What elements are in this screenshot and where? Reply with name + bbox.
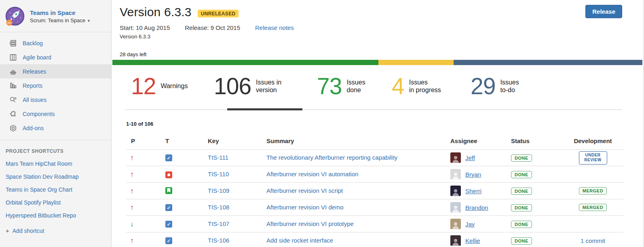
stat-issues-done[interactable]: 73 Issuesdone: [317, 75, 365, 97]
header-assignee: Assignee: [450, 137, 511, 144]
board-switcher[interactable]: Scrum: Teams in Space ▾: [30, 17, 90, 23]
issue-summary-link[interactable]: Afterburner revision VI automation: [266, 171, 359, 177]
sidebar-item-label: Reports: [23, 82, 42, 89]
stat-warnings-value: 12: [131, 75, 156, 97]
sidebar-item-label: Backlog: [23, 40, 43, 46]
issue-summary-link[interactable]: Afterburner revision VI prototype: [266, 220, 354, 227]
sidebar: <> Teams in Space Scrum: Teams in Space …: [0, 0, 112, 247]
priority-highest-icon: ↑: [130, 171, 134, 178]
sidebar-item-label: Agile board: [23, 54, 51, 61]
stat-issues-done-label: Issuesdone: [346, 78, 365, 94]
development-badge[interactable]: UNDER REVIEW: [579, 151, 607, 165]
unreleased-badge: UNRELEASED: [198, 10, 239, 17]
project-titles: Teams in Space Scrum: Teams in Space ▾: [30, 9, 90, 23]
sidebar-item-add-ons[interactable]: Add-ons: [0, 121, 111, 135]
sidebar-item-label: Add-ons: [23, 125, 44, 131]
reports-icon: [9, 82, 17, 89]
assignee-link[interactable]: Jay: [465, 221, 475, 228]
avatar: [450, 202, 461, 213]
add-shortcut-button[interactable]: + Add shortcut: [6, 227, 107, 234]
issue-key-link[interactable]: TIS-110: [208, 171, 229, 177]
stat-issues-in-progress-value: 4: [392, 75, 404, 97]
stat-issues-to-do[interactable]: 29 Issuesto-do: [471, 75, 519, 97]
priority-highest-icon: ↑: [130, 154, 134, 162]
addons-icon hexagon-icon: [9, 125, 17, 132]
issue-key-link[interactable]: TIS-109: [208, 187, 229, 194]
issue-key-link[interactable]: TIS-106: [208, 237, 229, 244]
assignee-link[interactable]: Brandon: [465, 204, 488, 211]
development-badge[interactable]: MERGED: [579, 187, 607, 194]
bug-icon: [165, 171, 172, 178]
stat-issues-in-version-label: Issues inversion: [256, 78, 281, 94]
commits-link[interactable]: 1 commit: [581, 237, 605, 244]
shortcut-link-playlist[interactable]: Orbital Spotify Playlist: [6, 199, 107, 206]
components-icon puzzle-icon: [9, 110, 17, 118]
release-page: Version 6.3.3 UNRELEASED Release Start: …: [112, 0, 644, 247]
chevron-down-icon: ▾: [88, 18, 90, 23]
sidebar-item-releases[interactable]: Releases: [0, 64, 111, 78]
shortcut-link-roadmap[interactable]: Space Station Dev Roadmap: [6, 173, 107, 180]
status-badge: DONE: [511, 221, 532, 228]
svg-text:<>: <>: [7, 21, 11, 25]
avatar: [450, 186, 461, 196]
task-icon: ✓: [165, 204, 172, 211]
sidebar-item-agile-board[interactable]: Agile board: [0, 50, 111, 64]
sidebar-item-components[interactable]: Components: [0, 107, 111, 121]
assignee-link[interactable]: Sherri: [465, 188, 481, 194]
table-header-row: P T Key Summary Assignee Status Developm…: [126, 133, 623, 149]
progress-segment-in-progress: [378, 60, 454, 65]
backlog-icon: [9, 40, 17, 47]
header-summary: Summary: [266, 137, 450, 144]
shortcut-link-bitbucket[interactable]: Hyperspeed Bitbucket Repo: [6, 212, 107, 219]
active-tab-indicator: [227, 108, 302, 110]
shortcut-link-hipchat[interactable]: Mars Team HipChat Room: [6, 160, 107, 167]
status-badge: DONE: [511, 188, 532, 195]
progress-segment-done: [112, 60, 378, 65]
header-priority: P: [126, 137, 165, 144]
pagination-label: 1-10 of 106: [126, 121, 636, 127]
issue-key-link[interactable]: TIS-107: [208, 220, 229, 227]
status-badge: DONE: [511, 171, 532, 178]
stat-issues-in-progress-label: Issuesin progress: [409, 78, 441, 94]
issue-summary-link[interactable]: Afterburner revision VI demo: [266, 204, 344, 211]
task-icon: ✓: [165, 221, 172, 228]
sidebar-item-all-issues[interactable]: All issues: [0, 93, 111, 107]
page-title: Version 6.3.3: [120, 5, 192, 19]
task-icon: ✓: [165, 154, 172, 161]
status-badge: DONE: [511, 237, 532, 245]
issue-key-link[interactable]: TIS-111: [208, 154, 228, 161]
stat-issues-in-progress[interactable]: 4 Issuesin progress: [392, 75, 441, 97]
story-icon bookmark-icon: [165, 187, 172, 194]
board-switcher-label: Scrum: Teams in Space: [30, 17, 85, 23]
add-shortcut-label: Add shortcut: [13, 228, 44, 234]
project-name: Teams in Space: [30, 9, 90, 16]
stat-issues-in-version[interactable]: 106 Issues inversion: [214, 75, 281, 97]
issue-key-link[interactable]: TIS-108: [208, 204, 229, 211]
release-notes-link[interactable]: Release notes: [255, 24, 294, 31]
issue-summary-link[interactable]: Afterburner revision VI script: [266, 187, 343, 194]
progress-segment-to-do: [454, 60, 642, 65]
stat-issues-to-do-value: 29: [471, 75, 495, 97]
issue-summary-link[interactable]: Add side rocket interface: [266, 237, 333, 244]
shortcut-link-org-chart[interactable]: Teams in Space Org Chart: [6, 186, 107, 193]
release-date: Release: 9 Oct 2015: [185, 24, 240, 31]
stat-warnings[interactable]: 12 Warnings: [131, 75, 188, 97]
all-issues-icon: [9, 96, 17, 103]
avatar: [450, 219, 461, 229]
sidebar-item-backlog[interactable]: Backlog: [0, 36, 111, 50]
project-shortcuts-title: PROJECT SHORTCUTS: [6, 148, 107, 154]
issue-summary-link[interactable]: The revolutionary Afterburner reporting …: [266, 154, 397, 161]
priority-low-icon: ↓: [130, 220, 134, 228]
assignee-link[interactable]: Jeff: [465, 154, 475, 161]
assignee-link[interactable]: Bryan: [465, 171, 481, 178]
development-badge[interactable]: MERGED: [579, 204, 607, 211]
release-button[interactable]: Release: [585, 5, 622, 18]
sidebar-item-label: Components: [23, 111, 55, 117]
app-window: <> Teams in Space Scrum: Teams in Space …: [0, 0, 644, 247]
agile-board-icon: [9, 54, 17, 61]
table-row: ↑ TIS-109 Afterburner revision VI script…: [126, 182, 623, 199]
sidebar-item-reports[interactable]: Reports: [0, 78, 111, 93]
assignee-link[interactable]: Kellie: [465, 237, 480, 244]
header-development: Development: [562, 137, 623, 144]
stats-row: 12 Warnings 106 Issues inversion 73 Issu…: [112, 71, 644, 110]
